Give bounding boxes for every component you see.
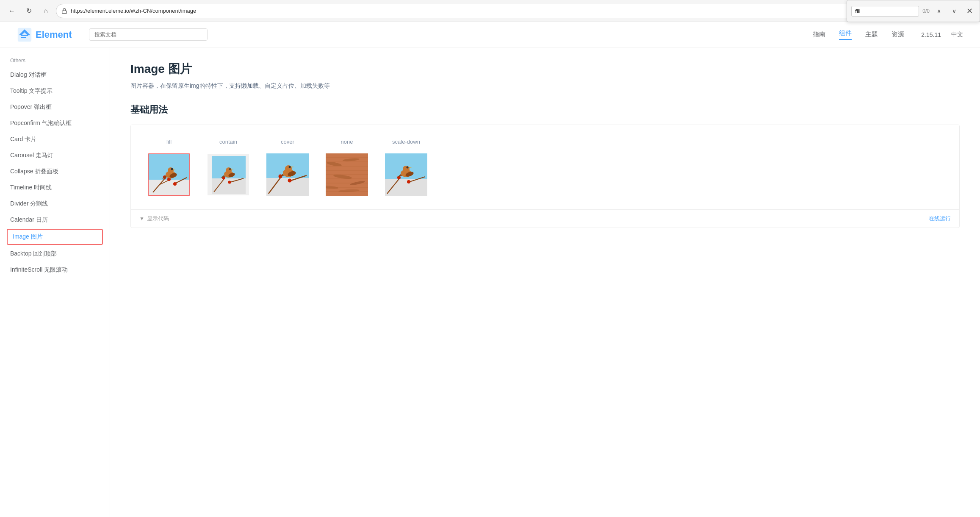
svg-point-11	[173, 182, 177, 186]
bird-svg-cover	[266, 153, 309, 196]
sidebar-item-collapse[interactable]: Collapse 折叠面板	[0, 164, 110, 180]
svg-rect-5	[149, 180, 190, 196]
show-code-label: 显示代码	[147, 215, 169, 222]
sidebar-item-card[interactable]: Card 卡片	[0, 131, 110, 147]
demo-image-fill: fill	[148, 139, 190, 196]
nav-resources[interactable]: 资源	[891, 31, 904, 39]
nav-component[interactable]: 组件	[839, 29, 852, 40]
show-code-button[interactable]: ▼ 显示代码	[139, 215, 169, 222]
bird-svg-scaledown	[385, 153, 427, 196]
demo-block: fill	[130, 125, 960, 228]
image-box-none	[326, 153, 368, 196]
image-box-scaledown	[385, 153, 427, 196]
chevron-down-icon: ▼	[139, 216, 144, 222]
logo-icon	[17, 27, 32, 42]
logo-text: Element	[36, 29, 72, 40]
sidebar-item-calendar[interactable]: Calendar 日历	[0, 212, 110, 228]
sidebar-section-label: Others	[0, 54, 110, 67]
bird-svg-fill	[149, 154, 190, 196]
url-input[interactable]: https://element.eleme.io/#/zh-CN/compone…	[71, 8, 891, 14]
header-nav: 指南 组件 主题 资源	[813, 29, 904, 40]
header-extra: 2.15.11 中文	[921, 31, 963, 39]
demo-image-none: none	[326, 139, 368, 196]
svg-point-38	[285, 165, 292, 172]
sidebar-item-infinitescroll[interactable]: InfiniteScroll 无限滚动	[0, 262, 110, 278]
sidebar-item-dialog[interactable]: Dialog 对话框	[0, 67, 110, 83]
search-input[interactable]	[89, 28, 208, 41]
svg-point-69	[407, 167, 409, 169]
sidebar-item-popover[interactable]: Popover 弹出框	[0, 99, 110, 115]
label-scaledown: scale-down	[392, 139, 420, 145]
image-box-cover	[266, 153, 309, 196]
browser-chrome: ← ↻ ⌂ https://element.eleme.io/#/zh-CN/c…	[0, 0, 980, 22]
find-bar: fill 0/0 ∧ ∨ ✕	[847, 0, 980, 22]
svg-point-13	[168, 167, 174, 173]
label-cover: cover	[281, 139, 294, 145]
find-input[interactable]: fill	[851, 6, 919, 17]
label-fill: fill	[166, 139, 172, 145]
sidebar: Others Dialog 对话框 Tooltip 文字提示 Popover 弹…	[0, 47, 110, 517]
demo-images-row: fill	[148, 139, 942, 196]
reload-button[interactable]: ↻	[22, 4, 36, 18]
main-content: Image 图片 图片容器，在保留原生img的特性下，支持懒加载、自定义占位、加…	[110, 47, 980, 517]
svg-point-36	[288, 179, 292, 183]
image-box-contain	[207, 153, 249, 196]
svg-point-26	[226, 167, 232, 173]
image-box-fill	[148, 153, 190, 196]
lang-select[interactable]: 中文	[951, 31, 963, 39]
label-none: none	[341, 139, 353, 145]
bird-svg-none	[326, 153, 368, 196]
page-description: 图片容器，在保留原生img的特性下，支持懒加载、自定义占位、加载失败等	[130, 82, 960, 90]
svg-rect-0	[62, 11, 67, 13]
demo-footer: ▼ 显示代码 在线运行	[131, 209, 959, 228]
demo-image-cover: cover	[266, 139, 309, 196]
svg-rect-2	[21, 35, 28, 36]
find-prev-button[interactable]: ∧	[933, 5, 945, 17]
sidebar-item-popconfirm[interactable]: Popconfirm 气泡确认框	[0, 115, 110, 131]
sidebar-item-tooltip[interactable]: Tooltip 文字提示	[0, 83, 110, 99]
site-header: Element 指南 组件 主题 资源 2.15.11 中文	[0, 22, 980, 47]
nav-guide[interactable]: 指南	[813, 31, 825, 39]
page-layout: Others Dialog 对话框 Tooltip 文字提示 Popover 弹…	[0, 47, 980, 517]
svg-point-65	[407, 180, 410, 183]
sidebar-item-image[interactable]: Image 图片	[7, 229, 103, 245]
svg-point-28	[229, 168, 231, 170]
demo-area: fill	[131, 125, 959, 209]
version-select[interactable]: 2.15.11	[921, 31, 941, 38]
demo-image-scaledown: scale-down	[385, 139, 427, 196]
logo[interactable]: Element	[17, 27, 72, 42]
sidebar-item-timeline[interactable]: Timeline 时间线	[0, 180, 110, 196]
section-basic-title: 基础用法	[130, 103, 960, 116]
demo-image-contain: contain	[207, 139, 249, 196]
nav-theme[interactable]: 主题	[865, 31, 878, 39]
address-bar: https://element.eleme.io/#/zh-CN/compone…	[56, 4, 897, 18]
svg-point-24	[228, 181, 231, 184]
svg-point-15	[171, 168, 173, 170]
find-next-button[interactable]: ∨	[948, 5, 960, 17]
home-button[interactable]: ⌂	[39, 4, 53, 18]
label-contain: contain	[219, 139, 237, 145]
sidebar-item-divider[interactable]: Divider 分割线	[0, 196, 110, 212]
find-count: 0/0	[922, 8, 930, 14]
svg-point-40	[289, 166, 291, 168]
lock-icon	[61, 8, 67, 14]
svg-point-67	[403, 166, 410, 172]
back-button[interactable]: ←	[5, 4, 19, 18]
page-title: Image 图片	[130, 61, 960, 77]
bird-svg-contain	[208, 154, 249, 196]
svg-rect-20	[212, 178, 246, 194]
sidebar-item-carousel[interactable]: Carousel 走马灯	[0, 147, 110, 164]
svg-rect-3	[21, 37, 26, 38]
online-run-button[interactable]: 在线运行	[929, 215, 951, 222]
sidebar-item-backtop[interactable]: Backtop 回到顶部	[0, 246, 110, 262]
find-close-button[interactable]: ✕	[963, 5, 975, 17]
svg-rect-32	[266, 178, 309, 196]
svg-rect-61	[385, 179, 427, 196]
